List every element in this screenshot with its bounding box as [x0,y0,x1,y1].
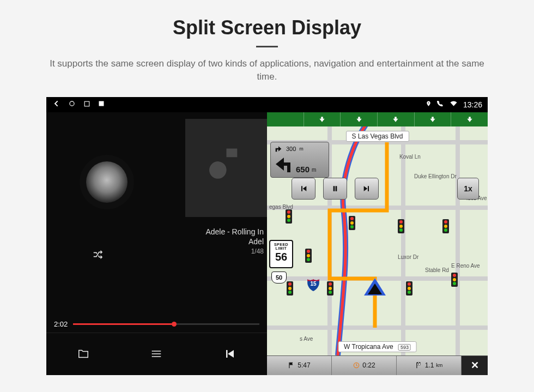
svg-rect-6 [226,350,228,358]
playlist-button[interactable] [150,347,164,361]
arrow-down-icon [318,116,326,123]
main-turn-unit: m [312,167,316,173]
speed-limit-sign: SPEED LIMIT 56 [269,240,293,268]
sim-speed-button[interactable]: 1x [457,178,479,200]
arrow-down-icon [429,116,436,123]
elapsed-time: 2:02 [54,320,68,328]
current-road-name: S Las Vegas Blvd [345,131,409,142]
status-clock: 13:26 [463,100,482,109]
svg-rect-12 [417,363,418,364]
traffic-light-icon [287,281,293,295]
track-index: 1/48 [205,247,264,256]
traffic-light-icon [349,216,355,230]
svg-rect-1 [84,101,89,106]
traffic-light-icon [398,219,404,233]
speed-limit-value: 56 [270,251,292,262]
lane-slot [415,112,452,126]
time-remaining-cell[interactable]: 0:22 [332,356,397,375]
turn-right-small-icon [274,144,283,153]
sim-prev-button[interactable] [292,178,315,200]
close-nav-button[interactable]: ✕ [462,356,488,375]
vehicle-position-icon [364,278,386,295]
svg-rect-2 [99,101,104,106]
lane-slot [341,112,378,126]
eta-cell[interactable]: 5:47 [267,356,332,375]
distance-cell[interactable]: 1.1 km [397,356,462,375]
svg-rect-8 [289,363,290,369]
destination-flag-icon [415,361,423,369]
us-route-shield: 50 [271,272,287,284]
interstate-shield: 15 [306,277,320,291]
svg-point-0 [70,101,74,106]
arrow-down-icon [466,116,474,123]
next-turn-distance: 300 [286,146,296,152]
traffic-light-icon [451,273,458,287]
album-art-placeholder [185,119,267,217]
svg-rect-13 [419,363,420,364]
turn-instruction-panel[interactable]: 300 m 650 m [270,142,329,178]
svg-point-4 [151,353,153,354]
street-label: Koval Ln [399,154,421,160]
street-label: egas Blvd [269,204,293,210]
svg-point-5 [151,356,153,357]
arrow-down-icon [392,116,399,123]
next-turn-unit: m [299,146,304,152]
screenshot-icon[interactable] [98,100,105,108]
sim-next-button[interactable] [355,178,379,200]
previous-track-button[interactable] [223,347,238,361]
arrow-down-icon [355,116,363,123]
road-number-badge: 593 [398,344,411,351]
home-icon[interactable] [68,100,76,109]
lane-guidance-bar [267,112,488,126]
sim-pause-button[interactable] [323,178,347,200]
lane-slot [378,112,415,126]
street-label: Stable Rd [425,267,449,273]
jog-dial[interactable] [86,161,128,203]
svg-point-3 [151,351,153,352]
clock-icon [353,361,360,369]
flag-icon [288,361,295,369]
location-icon [426,100,432,109]
nav-footer: 5:47 0:22 1.1 km ✕ [267,355,488,375]
next-road-name: W Tropicana Ave 593 [338,341,417,352]
lane-slot [451,112,488,126]
music-pane: Adele - Rolling In Adel 1/48 2:02 [46,97,267,375]
street-label: Luxor Dr [398,254,418,260]
wifi-icon [450,100,458,108]
folder-button[interactable] [76,347,90,361]
street-label: s Ave [300,336,313,342]
sim-playback-controls: 1x [292,178,479,200]
page-description: It supports the same screen display of t… [44,57,490,83]
device-frame: 13:26 Adele - Rolling In Adel 1/48 2 [46,97,488,375]
status-bar: 13:26 [46,97,488,112]
turn-left-icon [274,154,294,174]
recent-apps-icon[interactable] [83,100,90,109]
track-title: Adele - Rolling In [205,227,264,237]
street-label: E Reno Ave [451,263,480,269]
svg-rect-14 [418,364,419,365]
lane-slot [304,112,341,126]
lane-slot [267,112,304,126]
traffic-light-icon [286,209,292,224]
interstate-number: 15 [310,281,316,287]
traffic-light-icon [406,281,412,295]
back-icon[interactable] [52,99,60,110]
traffic-light-icon [442,219,449,233]
track-artist: Adel [205,237,264,247]
main-turn-distance: 650 [296,165,310,174]
close-icon: ✕ [471,359,479,371]
phone-icon [437,100,444,109]
shuffle-button[interactable] [91,249,105,263]
page-title: Split Screen Display [0,16,534,39]
traffic-light-icon [327,281,333,295]
music-note-icon [201,141,252,195]
speed-limit-label: SPEED [270,243,292,246]
title-underline [256,46,278,47]
seek-bar[interactable] [73,323,259,325]
nav-pane: Koval Ln Duke Ellington Dr Luxor Dr Stab… [267,97,488,375]
speed-limit-label: LIMIT [270,246,292,250]
traffic-light-icon [305,249,312,263]
